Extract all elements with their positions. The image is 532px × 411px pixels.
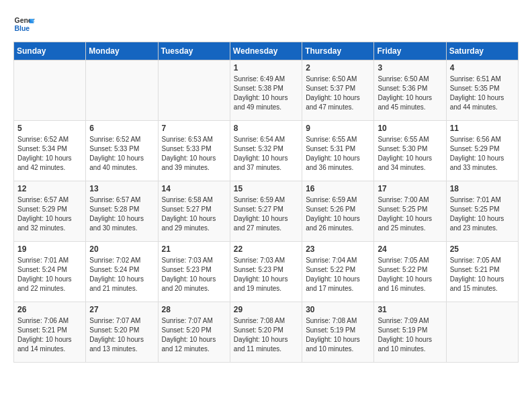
day-number: 27 <box>89 305 154 314</box>
calendar-cell: 7Sunrise: 6:53 AM Sunset: 5:33 PM Daylig… <box>158 121 230 181</box>
calendar-cell: 12Sunrise: 6:57 AM Sunset: 5:29 PM Dayli… <box>14 181 86 242</box>
logo-icon: General Blue <box>13 13 35 35</box>
day-number: 19 <box>17 244 82 254</box>
calendar-cell: 24Sunrise: 7:05 AM Sunset: 5:22 PM Dayli… <box>374 242 446 302</box>
weekday-header-monday: Monday <box>86 42 158 60</box>
calendar-cell: 25Sunrise: 7:05 AM Sunset: 5:21 PM Dayli… <box>446 242 518 302</box>
day-number: 16 <box>306 184 370 193</box>
weekday-header-sunday: Sunday <box>14 42 86 60</box>
day-info: Sunrise: 7:09 AM Sunset: 5:19 PM Dayligh… <box>378 316 442 354</box>
calendar-cell: 19Sunrise: 7:01 AM Sunset: 5:24 PM Dayli… <box>14 242 86 302</box>
calendar-week-5: 26Sunrise: 7:06 AM Sunset: 5:21 PM Dayli… <box>14 302 519 363</box>
day-info: Sunrise: 6:57 AM Sunset: 5:29 PM Dayligh… <box>17 195 82 233</box>
calendar-cell: 4Sunrise: 6:51 AM Sunset: 5:35 PM Daylig… <box>446 60 518 121</box>
calendar-cell: 29Sunrise: 7:08 AM Sunset: 5:20 PM Dayli… <box>230 302 302 363</box>
calendar-cell: 6Sunrise: 6:52 AM Sunset: 5:33 PM Daylig… <box>86 121 158 181</box>
day-number: 2 <box>306 63 370 73</box>
day-number: 11 <box>450 124 515 133</box>
calendar-cell: 2Sunrise: 6:50 AM Sunset: 5:37 PM Daylig… <box>302 60 374 121</box>
day-info: Sunrise: 6:55 AM Sunset: 5:30 PM Dayligh… <box>378 135 442 173</box>
day-info: Sunrise: 7:05 AM Sunset: 5:21 PM Dayligh… <box>450 256 515 293</box>
day-info: Sunrise: 7:00 AM Sunset: 5:25 PM Dayligh… <box>378 195 442 233</box>
day-info: Sunrise: 6:55 AM Sunset: 5:31 PM Dayligh… <box>306 135 370 173</box>
calendar-cell: 21Sunrise: 7:03 AM Sunset: 5:23 PM Dayli… <box>158 242 230 302</box>
day-number: 13 <box>89 184 154 193</box>
day-info: Sunrise: 7:04 AM Sunset: 5:22 PM Dayligh… <box>306 256 370 293</box>
calendar-cell: 22Sunrise: 7:03 AM Sunset: 5:23 PM Dayli… <box>230 242 302 302</box>
day-info: Sunrise: 6:59 AM Sunset: 5:26 PM Dayligh… <box>306 195 370 233</box>
calendar-cell: 20Sunrise: 7:02 AM Sunset: 5:24 PM Dayli… <box>86 242 158 302</box>
day-number: 8 <box>234 124 298 133</box>
calendar-cell: 11Sunrise: 6:56 AM Sunset: 5:29 PM Dayli… <box>446 121 518 181</box>
day-number: 3 <box>378 63 442 73</box>
day-info: Sunrise: 7:01 AM Sunset: 5:24 PM Dayligh… <box>17 256 82 293</box>
day-number: 1 <box>234 63 298 73</box>
day-number: 25 <box>450 244 515 254</box>
weekday-header-tuesday: Tuesday <box>158 42 230 60</box>
day-number: 9 <box>306 124 370 133</box>
day-number: 6 <box>89 124 154 133</box>
day-number: 15 <box>234 184 298 193</box>
weekday-header-thursday: Thursday <box>302 42 374 60</box>
day-number: 23 <box>306 244 370 254</box>
calendar-cell: 8Sunrise: 6:54 AM Sunset: 5:32 PM Daylig… <box>230 121 302 181</box>
day-number: 4 <box>450 63 515 73</box>
calendar-cell: 16Sunrise: 6:59 AM Sunset: 5:26 PM Dayli… <box>302 181 374 242</box>
day-number: 24 <box>378 244 442 254</box>
calendar-cell: 14Sunrise: 6:58 AM Sunset: 5:27 PM Dayli… <box>158 181 230 242</box>
calendar-cell: 3Sunrise: 6:50 AM Sunset: 5:36 PM Daylig… <box>374 60 446 121</box>
calendar-cell: 1Sunrise: 6:49 AM Sunset: 5:38 PM Daylig… <box>230 60 302 121</box>
weekday-header-saturday: Saturday <box>446 42 518 60</box>
day-info: Sunrise: 7:07 AM Sunset: 5:20 PM Dayligh… <box>89 316 154 354</box>
day-info: Sunrise: 6:50 AM Sunset: 5:36 PM Dayligh… <box>378 75 442 112</box>
day-number: 31 <box>378 305 442 314</box>
day-number: 12 <box>17 184 82 193</box>
calendar-cell: 13Sunrise: 6:57 AM Sunset: 5:28 PM Dayli… <box>86 181 158 242</box>
day-number: 22 <box>234 244 298 254</box>
day-number: 20 <box>89 244 154 254</box>
calendar-cell: 5Sunrise: 6:52 AM Sunset: 5:34 PM Daylig… <box>14 121 86 181</box>
day-number: 29 <box>234 305 298 314</box>
calendar-cell: 17Sunrise: 7:00 AM Sunset: 5:25 PM Dayli… <box>374 181 446 242</box>
day-number: 5 <box>17 124 82 133</box>
day-number: 7 <box>162 124 226 133</box>
day-info: Sunrise: 7:08 AM Sunset: 5:20 PM Dayligh… <box>234 316 298 354</box>
day-info: Sunrise: 7:07 AM Sunset: 5:20 PM Dayligh… <box>162 316 226 354</box>
day-number: 26 <box>17 305 82 314</box>
day-info: Sunrise: 6:51 AM Sunset: 5:35 PM Dayligh… <box>450 75 515 112</box>
calendar-week-4: 19Sunrise: 7:01 AM Sunset: 5:24 PM Dayli… <box>14 242 519 302</box>
day-info: Sunrise: 6:50 AM Sunset: 5:37 PM Dayligh… <box>306 75 370 112</box>
day-info: Sunrise: 7:03 AM Sunset: 5:23 PM Dayligh… <box>162 256 226 293</box>
day-number: 28 <box>162 305 226 314</box>
day-info: Sunrise: 7:08 AM Sunset: 5:19 PM Dayligh… <box>306 316 370 354</box>
page-header: General Blue <box>13 13 519 35</box>
day-info: Sunrise: 6:49 AM Sunset: 5:38 PM Dayligh… <box>234 75 298 112</box>
day-info: Sunrise: 7:02 AM Sunset: 5:24 PM Dayligh… <box>89 256 154 293</box>
day-number: 14 <box>162 184 226 193</box>
day-number: 18 <box>450 184 515 193</box>
logo: General Blue <box>13 13 38 35</box>
day-info: Sunrise: 6:52 AM Sunset: 5:33 PM Dayligh… <box>89 135 154 173</box>
day-number: 21 <box>162 244 226 254</box>
day-info: Sunrise: 7:01 AM Sunset: 5:25 PM Dayligh… <box>450 195 515 233</box>
day-info: Sunrise: 7:06 AM Sunset: 5:21 PM Dayligh… <box>17 316 82 354</box>
calendar-cell: 9Sunrise: 6:55 AM Sunset: 5:31 PM Daylig… <box>302 121 374 181</box>
calendar-cell: 30Sunrise: 7:08 AM Sunset: 5:19 PM Dayli… <box>302 302 374 363</box>
weekday-header-wednesday: Wednesday <box>230 42 302 60</box>
calendar-cell <box>86 60 158 121</box>
calendar-week-1: 1Sunrise: 6:49 AM Sunset: 5:38 PM Daylig… <box>14 60 519 121</box>
calendar-cell <box>14 60 86 121</box>
day-info: Sunrise: 7:05 AM Sunset: 5:22 PM Dayligh… <box>378 256 442 293</box>
calendar-cell <box>158 60 230 121</box>
calendar-cell: 18Sunrise: 7:01 AM Sunset: 5:25 PM Dayli… <box>446 181 518 242</box>
calendar-cell: 31Sunrise: 7:09 AM Sunset: 5:19 PM Dayli… <box>374 302 446 363</box>
day-info: Sunrise: 6:58 AM Sunset: 5:27 PM Dayligh… <box>162 195 226 233</box>
calendar-cell: 26Sunrise: 7:06 AM Sunset: 5:21 PM Dayli… <box>14 302 86 363</box>
calendar-cell: 15Sunrise: 6:59 AM Sunset: 5:27 PM Dayli… <box>230 181 302 242</box>
day-info: Sunrise: 6:59 AM Sunset: 5:27 PM Dayligh… <box>234 195 298 233</box>
day-info: Sunrise: 7:03 AM Sunset: 5:23 PM Dayligh… <box>234 256 298 293</box>
day-info: Sunrise: 6:52 AM Sunset: 5:34 PM Dayligh… <box>17 135 82 173</box>
calendar-cell <box>446 302 518 363</box>
calendar-cell: 28Sunrise: 7:07 AM Sunset: 5:20 PM Dayli… <box>158 302 230 363</box>
day-info: Sunrise: 6:53 AM Sunset: 5:33 PM Dayligh… <box>162 135 226 173</box>
